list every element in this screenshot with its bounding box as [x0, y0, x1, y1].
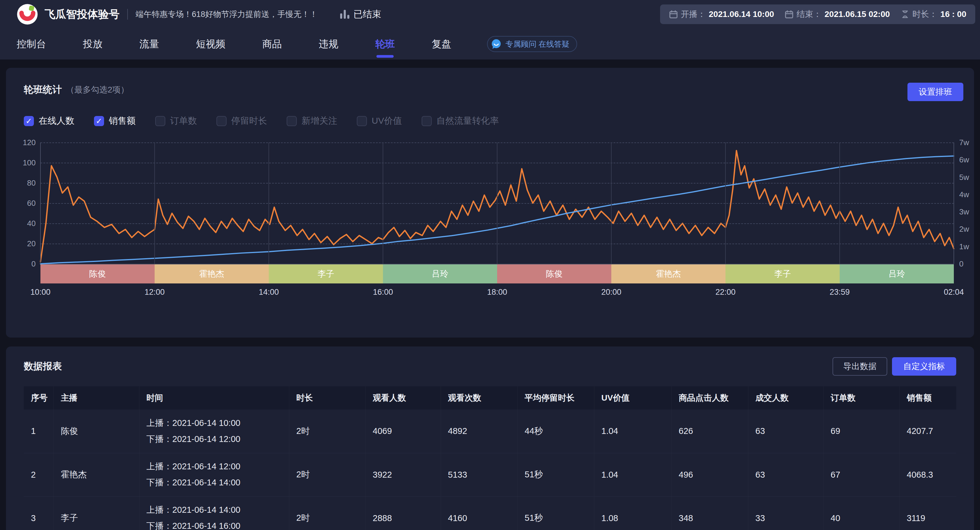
nav-tab-6[interactable]: 轮班 [375, 29, 395, 59]
checkbox-checked-icon: ✓ [94, 116, 104, 126]
table-cell: 3119 [899, 497, 956, 530]
main-content: 轮班统计 （最多勾选2项） 设置排班 ✓在线人数✓销售额订单数停留时长新增关注U… [0, 59, 980, 530]
column-header[interactable]: 时长 [289, 386, 366, 409]
end-label: 结束： [797, 9, 821, 20]
end-time: 结束： 2021.06.15 02:00 [785, 9, 890, 20]
x-axis-tick: 22:00 [715, 288, 736, 297]
status-text: 已结束 [353, 8, 381, 21]
shift-band[interactable]: 李子 [725, 264, 840, 283]
nav-tab-5[interactable]: 违规 [319, 29, 338, 59]
table-cell: 4160 [441, 497, 517, 530]
checkbox-unchecked-icon [286, 116, 297, 126]
column-header[interactable]: 主播 [54, 386, 139, 409]
nav-tab-label: 轮班 [375, 37, 395, 51]
duration-value: 16 : 00 [940, 10, 966, 19]
chat-smile-icon [491, 38, 502, 50]
nav-tab-2[interactable]: 流量 [140, 29, 159, 59]
topbar: 飞瓜智投体验号 端午特惠专场！618好物节浮力提前送，手慢无！！ 已结束 开播：… [0, 0, 980, 29]
consultant-badge-label: 专属顾问 在线答疑 [506, 39, 570, 49]
nav-tab-0[interactable]: 控制台 [17, 29, 46, 59]
column-header[interactable]: 商品点击人数 [671, 386, 748, 409]
app-header: 飞瓜智投体验号 端午特惠专场！618好物节浮力提前送，手慢无！！ 已结束 开播：… [0, 0, 980, 59]
table-cell: 33 [748, 497, 823, 530]
table-cell: 2时 [289, 453, 366, 497]
nav-bar: 控制台投放流量短视频商品违规轮班复盘 专属顾问 在线答疑 [0, 29, 980, 59]
table-cell: 4207.7 [899, 409, 956, 453]
table-cell: 626 [671, 409, 748, 453]
shift-band[interactable]: 霍艳杰 [154, 264, 269, 283]
column-header[interactable]: 观看次数 [441, 386, 517, 409]
right-axis-tick: 3w [959, 207, 969, 216]
metric-label: 新增关注 [301, 115, 337, 127]
shift-band[interactable]: 吕玲 [383, 264, 497, 283]
start-value: 2021.06.14 10:00 [709, 10, 774, 19]
table-cell: 3922 [366, 453, 441, 497]
table-cell: 1.04 [594, 453, 671, 497]
metric-label: 在线人数 [39, 115, 74, 127]
custom-metrics-button[interactable]: 自定义指标 [892, 357, 956, 376]
left-axis-tick: 60 [27, 198, 36, 208]
metric-checkbox-5[interactable]: UV价值 [357, 115, 402, 127]
column-header[interactable]: 成交人数 [748, 386, 823, 409]
nav-tab-3[interactable]: 短视频 [196, 29, 225, 59]
column-header[interactable]: 销售额 [899, 386, 956, 409]
shift-band[interactable]: 吕玲 [840, 264, 954, 283]
metric-checkbox-0[interactable]: ✓在线人数 [24, 115, 74, 127]
table-cell: 69 [823, 409, 899, 453]
table-cell: 496 [671, 453, 748, 497]
metric-checkbox-3[interactable]: 停留时长 [216, 115, 267, 127]
column-header[interactable]: 时间 [139, 386, 289, 409]
table-cell: 2888 [366, 497, 441, 530]
shift-stats-title: 轮班统计 [24, 83, 62, 96]
set-shift-button[interactable]: 设置排班 [907, 83, 963, 101]
x-axis: 10:0012:0014:0016:0018:0020:0022:0023:59… [40, 288, 954, 298]
table-actions: 导出数据 自定义指标 [832, 357, 956, 376]
table-cell: 2时 [289, 409, 366, 453]
table-cell: 上播：2021-06-14 14:00下播：2021-06-14 16:00 [139, 497, 289, 530]
metric-checkbox-6[interactable]: 自然流量转化率 [422, 115, 499, 127]
nav-tab-1[interactable]: 投放 [83, 29, 103, 59]
column-header[interactable]: UV价值 [594, 386, 671, 409]
column-header[interactable]: 平均停留时长 [517, 386, 594, 409]
nav-tab-4[interactable]: 商品 [262, 29, 282, 59]
column-header[interactable]: 观看人数 [366, 386, 441, 409]
column-header[interactable]: 序号 [24, 386, 54, 409]
checkbox-unchecked-icon [216, 116, 227, 126]
table-header-row: 序号主播时间时长观看人数观看次数平均停留时长UV价值商品点击人数成交人数订单数销… [24, 386, 956, 409]
app-logo-icon [17, 3, 38, 25]
shift-band[interactable]: 陈俊 [40, 264, 154, 283]
v-gridline [725, 142, 726, 264]
consultant-badge[interactable]: 专属顾问 在线答疑 [487, 36, 577, 52]
export-data-button[interactable]: 导出数据 [832, 357, 887, 376]
duration-label: 时长： [913, 9, 937, 20]
table-cell: 4892 [441, 409, 517, 453]
shift-band[interactable]: 霍艳杰 [611, 264, 725, 283]
hourglass-icon [900, 10, 910, 19]
table-cell: 2 [24, 453, 54, 497]
table-cell: 63 [748, 409, 823, 453]
v-gridline [154, 142, 155, 264]
anchor-shift-bands: 陈俊霍艳杰李子吕玲陈俊霍艳杰李子吕玲 [40, 264, 954, 283]
x-axis-tick: 16:00 [373, 288, 393, 297]
metric-checkbox-4[interactable]: 新增关注 [286, 115, 337, 127]
metric-checkbox-2[interactable]: 订单数 [155, 115, 197, 127]
shift-band[interactable]: 陈俊 [497, 264, 611, 283]
x-axis-tick: 23:59 [830, 288, 850, 297]
column-header[interactable]: 订单数 [823, 386, 899, 409]
table-cell: 44秒 [517, 409, 594, 453]
nav-tab-7[interactable]: 复盘 [432, 29, 451, 59]
data-report-table: 序号主播时间时长观看人数观看次数平均停留时长UV价值商品点击人数成交人数订单数销… [24, 386, 956, 530]
checkbox-unchecked-icon [155, 116, 165, 126]
right-axis-tick: 2w [959, 224, 969, 234]
left-axis-tick: 100 [23, 158, 36, 167]
calendar-icon [669, 10, 678, 19]
live-status: 已结束 [340, 8, 381, 21]
metric-checkbox-1[interactable]: ✓销售额 [94, 115, 135, 127]
table-cell: 40 [823, 497, 899, 530]
v-gridline [611, 142, 612, 264]
table-cell: 51秒 [517, 453, 594, 497]
shift-band[interactable]: 李子 [269, 264, 383, 283]
x-axis-tick: 20:00 [601, 288, 621, 297]
start-label: 开播： [681, 9, 706, 20]
nav-tab-label: 流量 [140, 37, 159, 51]
